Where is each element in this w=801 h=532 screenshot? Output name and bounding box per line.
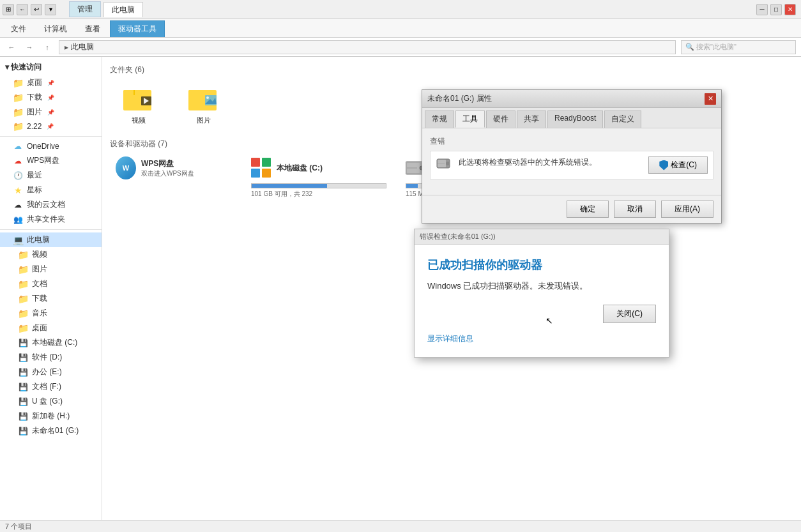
sidebar-item-onedrive[interactable]: ☁ OneDrive: [0, 139, 102, 153]
nav-up[interactable]: ↑: [41, 41, 54, 54]
drive-item-c[interactable]: 本地磁盘 (C:) 101 GB 可用，共 232: [245, 155, 392, 202]
drive-c-bar: [252, 184, 327, 188]
sidebar-item-pictures[interactable]: 📁 图片 📌: [0, 105, 102, 119]
nav-back[interactable]: ←: [5, 41, 18, 54]
sidebar-item-thispc[interactable]: 💻 此电脑: [0, 232, 102, 247]
sidebar-item-desk[interactable]: 📁 桌面: [0, 321, 102, 335]
drive-e-icon: 💾: [18, 367, 28, 377]
tab-this-pc[interactable]: 此电脑: [103, 2, 143, 17]
prop-cancel-btn[interactable]: 取消: [614, 201, 656, 218]
sidebar-item-starred[interactable]: ★ 星标: [0, 183, 102, 197]
minimize-btn[interactable]: ─: [756, 4, 768, 15]
check-btn[interactable]: 检查(C): [648, 156, 708, 174]
clock-icon: 🕐: [13, 171, 23, 181]
drive-c-icon: 💾: [18, 338, 28, 348]
sidebar-item-recent[interactable]: 🕐 最近: [0, 168, 102, 183]
close-btn[interactable]: ✕: [784, 4, 796, 15]
sidebar-item-pics[interactable]: 📁 图片: [0, 262, 102, 277]
undo-btn[interactable]: ↩: [31, 4, 42, 15]
back-btn-tb[interactable]: ←: [17, 4, 28, 15]
drive-h-bar: [406, 184, 418, 188]
prop-tab-tools[interactable]: 工具: [455, 110, 485, 128]
sidebar-item-docs[interactable]: 📁 文档: [0, 277, 102, 291]
sidebar-item-e[interactable]: 💾 办公 (E:): [0, 365, 102, 379]
wps-drive-icon: W: [116, 158, 136, 178]
check-description: 此选项将检查驱动器中的文件系统错误。: [459, 156, 641, 168]
folder-icon-dl: 📁: [13, 93, 23, 103]
tab-manage[interactable]: 管理: [69, 1, 101, 17]
drive-c-space: 101 GB 可用，共 232: [251, 190, 386, 199]
sidebar-item-dl[interactable]: 📁 下载: [0, 291, 102, 306]
sidebar-item-wps[interactable]: ☁ WPS网盘: [0, 153, 102, 168]
sidebar-item-videos[interactable]: 📁 视频: [0, 247, 102, 262]
sidebar-item-f[interactable]: 💾 文档 (F:): [0, 379, 102, 394]
folder-name-video: 视频: [132, 116, 146, 125]
check-section-title: 查错: [430, 136, 713, 147]
sidebar-item-desktop[interactable]: 📁 桌面 📌: [0, 75, 102, 90]
prop-tab-general[interactable]: 常规: [425, 110, 454, 128]
windows-drive-icon: [251, 158, 271, 178]
hdd-check-icon: [436, 156, 451, 172]
star-icon: ★: [13, 185, 23, 195]
properties-dialog-titlebar: 未命名01 (G:) 属性 ✕: [422, 90, 721, 108]
address-bar: ← → ↑ ▸ 此电脑 🔍 搜索"此电脑": [0, 38, 801, 57]
status-text: 7 个项目: [5, 522, 32, 531]
sidebar-item-d[interactable]: 💾 软件 (D:): [0, 350, 102, 365]
sidebar-item-222[interactable]: 📁 2.22 📌: [0, 119, 102, 133]
sidebar-item-cloud-docs[interactable]: ☁ 我的云文档: [0, 197, 102, 212]
folder-dl-icon: 📁: [18, 294, 28, 304]
maximize-btn[interactable]: □: [770, 4, 782, 15]
prop-ok-btn[interactable]: 确定: [567, 201, 609, 218]
folder-pics-icon: 📁: [18, 264, 28, 275]
folder-icon: 📁: [13, 78, 23, 88]
quick-access-header[interactable]: ▾ 快速访问: [0, 59, 102, 75]
drive-item-wps[interactable]: W WPS网盘 双击进入WPS网盘: [110, 155, 238, 202]
tab-file[interactable]: 文件: [3, 20, 34, 37]
address-path[interactable]: ▸ 此电脑: [59, 40, 676, 54]
sidebar-item-c[interactable]: 💾 本地磁盘 (C:): [0, 335, 102, 350]
prop-tab-share[interactable]: 共享: [517, 110, 546, 128]
share-icon: 👥: [13, 215, 23, 225]
drive-h-icon: 💾: [18, 411, 28, 422]
pin-icon-pic: 📌: [47, 109, 54, 116]
sidebar-item-h[interactable]: 💾 新加卷 (H:): [0, 409, 102, 423]
folder-icon-222: 📁: [13, 121, 23, 132]
folder-music-icon: 📁: [18, 308, 28, 319]
properties-dialog-body: 查错 此选项将检查驱动器中的文件系统错误。 检查(C): [422, 128, 721, 195]
prop-tab-custom[interactable]: 自定义: [604, 110, 641, 128]
tab-computer[interactable]: 计算机: [36, 20, 75, 37]
tab-view[interactable]: 查看: [77, 20, 109, 37]
onedrive-icon: ☁: [13, 141, 23, 151]
sidebar-item-g[interactable]: 💾 U 盘 (G:): [0, 394, 102, 409]
prop-apply-btn[interactable]: 应用(A): [661, 201, 713, 218]
pin-icon-dl: 📌: [47, 95, 54, 101]
ribbon-tabs: 文件 计算机 查看 驱动器工具: [0, 19, 801, 37]
search-box[interactable]: 🔍 搜索"此电脑": [681, 40, 796, 54]
folder-item-pictures[interactable]: 图片: [175, 80, 233, 128]
prop-tab-readyboost[interactable]: ReadyBoost: [547, 110, 603, 128]
title-bar: ⊞ ← ↩ ▾ 管理 此电脑 ─ □ ✕: [0, 0, 801, 19]
sidebar-item-download[interactable]: 📁 下载 📌: [0, 90, 102, 105]
title-bar-controls: ⊞ ← ↩ ▾ 管理 此电脑: [3, 1, 143, 17]
pin-icon: 📌: [47, 80, 54, 86]
svg-rect-1: [123, 90, 134, 95]
folder-item-video[interactable]: 视频: [110, 80, 167, 128]
address-text: 此电脑: [71, 42, 94, 52]
folder-name-pictures: 图片: [197, 116, 211, 125]
properties-dialog-title: 未命名01 (G:) 属性: [427, 93, 492, 104]
svg-point-8: [206, 96, 209, 99]
folder-section-label: 文件夹 (6): [110, 65, 793, 75]
tab-drive-tools[interactable]: 驱动器工具: [110, 20, 165, 37]
down-btn[interactable]: ▾: [45, 4, 56, 15]
prop-tab-hardware[interactable]: 硬件: [486, 110, 515, 128]
nav-forward[interactable]: →: [23, 41, 36, 54]
quick-access-btn[interactable]: ⊞: [3, 4, 14, 15]
folder-icon-video: [123, 84, 154, 114]
sidebar-item-music[interactable]: 📁 音乐: [0, 306, 102, 321]
sidebar-item-shared[interactable]: 👥 共享文件夹: [0, 212, 102, 227]
sidebar-item-g2[interactable]: 💾 未命名01 (G:): [0, 423, 102, 438]
drive-c-bar-container: [251, 183, 386, 188]
properties-dialog[interactable]: 未命名01 (G:) 属性 ✕ 常规 工具 硬件 共享 ReadyBoost 自…: [422, 89, 722, 224]
shield-icon: [659, 160, 668, 171]
properties-dialog-close[interactable]: ✕: [705, 93, 716, 105]
